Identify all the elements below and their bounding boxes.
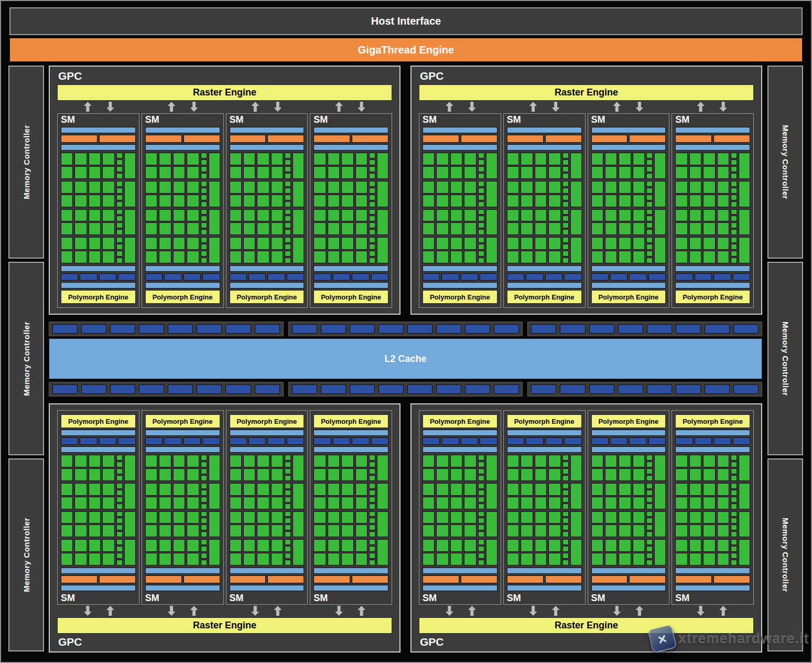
warp-scheduler-row <box>230 575 305 583</box>
texture-unit-cell <box>313 437 331 445</box>
ldst-cell <box>646 222 653 228</box>
core-block <box>591 181 666 207</box>
crossbar-cell-group <box>527 322 762 336</box>
warp-scheduler-cell <box>507 575 544 583</box>
core-cell <box>313 497 326 509</box>
sm-label: SM <box>145 593 220 604</box>
crossbar-cell <box>589 384 614 394</box>
texture-unit-cell <box>675 437 692 445</box>
ldst-cell <box>369 251 375 256</box>
core-cell <box>619 222 631 235</box>
core-cell <box>450 525 462 537</box>
ldst-cell <box>285 531 291 537</box>
texture-unit-row <box>675 437 750 445</box>
ldst-cell <box>478 475 484 481</box>
sfu-cell <box>293 539 304 565</box>
polymorph-engine: Polymorph Engine <box>230 414 305 428</box>
core-block <box>61 153 136 179</box>
warp-scheduler-row <box>230 135 305 143</box>
core-block <box>230 483 305 509</box>
core-cell <box>230 153 242 165</box>
core-cell <box>464 181 476 194</box>
ldst-cell <box>731 518 737 523</box>
crossbar-cell <box>494 384 519 394</box>
crossbar-cell <box>465 324 490 334</box>
core-cell <box>507 195 519 207</box>
core-block <box>507 181 582 207</box>
ldst-cell <box>562 531 569 537</box>
core-grid <box>675 455 750 565</box>
core-cell <box>717 455 729 467</box>
core-cell <box>619 237 631 250</box>
core-block <box>675 511 750 538</box>
core-block <box>423 181 497 207</box>
sfu-cell <box>124 209 136 236</box>
core-cell <box>257 539 269 552</box>
core-cell <box>61 539 73 552</box>
core-block <box>591 483 666 509</box>
core-cell <box>74 511 86 524</box>
texture-unit-cell <box>145 437 163 445</box>
core-cell <box>102 166 114 179</box>
sm-block: SMPolymorph Engine <box>57 113 139 308</box>
core-block <box>423 511 497 538</box>
ldst-cell <box>201 560 207 565</box>
ldst-cell <box>562 455 569 461</box>
core-cell <box>521 209 533 222</box>
core-cell <box>689 222 701 235</box>
core-cell <box>450 455 462 467</box>
core-grid <box>313 455 388 565</box>
texture-bar <box>145 446 220 453</box>
core-cell <box>507 251 519 263</box>
core-cell <box>257 166 269 179</box>
core-cell <box>89 497 101 509</box>
core-cell <box>591 455 603 467</box>
core-cell <box>89 195 101 207</box>
arrow-pair <box>141 606 225 616</box>
arrow-down-icon <box>106 102 114 112</box>
warp-scheduler-row <box>507 575 582 583</box>
texture-bar <box>61 446 136 453</box>
core-block <box>230 455 305 481</box>
core-cell <box>689 497 701 509</box>
arrow-down-icon <box>613 606 621 616</box>
ldst-cell <box>646 531 653 537</box>
core-cell <box>243 251 255 263</box>
l2-cache: L2 Cache <box>49 338 762 379</box>
ldst-cell <box>562 229 569 235</box>
ldst-cell <box>201 553 207 559</box>
sfu-cell <box>739 237 750 263</box>
core-cell <box>535 553 547 565</box>
ldst-cell <box>369 497 375 502</box>
polymorph-engine: Polymorph Engine <box>230 290 305 304</box>
sfu-cell <box>486 455 497 481</box>
core-cell <box>243 468 255 481</box>
core-cell <box>436 525 448 537</box>
core-cell <box>591 195 603 207</box>
sfu-cell <box>570 209 582 236</box>
ldst-cell <box>731 166 737 172</box>
arrow-pair <box>503 102 587 112</box>
core-cell <box>355 209 367 222</box>
sfu-cell <box>654 539 666 565</box>
polymorph-engine: Polymorph Engine <box>313 414 388 428</box>
texture-unit-cell <box>461 273 478 281</box>
core-cell <box>521 553 533 565</box>
core-cell <box>271 251 283 263</box>
core-cell <box>341 468 353 481</box>
arrow-up-icon <box>468 606 476 616</box>
core-cell <box>535 222 547 235</box>
instruction-cache-bar <box>145 127 220 133</box>
ldst-cell <box>562 173 569 179</box>
ldst-cell <box>731 216 737 221</box>
texture-unit-cell <box>248 437 266 445</box>
core-block <box>230 181 305 207</box>
ldst-cell <box>562 209 569 215</box>
core-cell <box>89 539 101 552</box>
crossbar-cell <box>197 384 222 394</box>
crossbar-cell <box>705 324 730 334</box>
warp-scheduler-row <box>675 575 750 583</box>
sfu-cell <box>654 181 666 207</box>
core-cell <box>145 251 157 263</box>
core-cell <box>703 237 715 250</box>
